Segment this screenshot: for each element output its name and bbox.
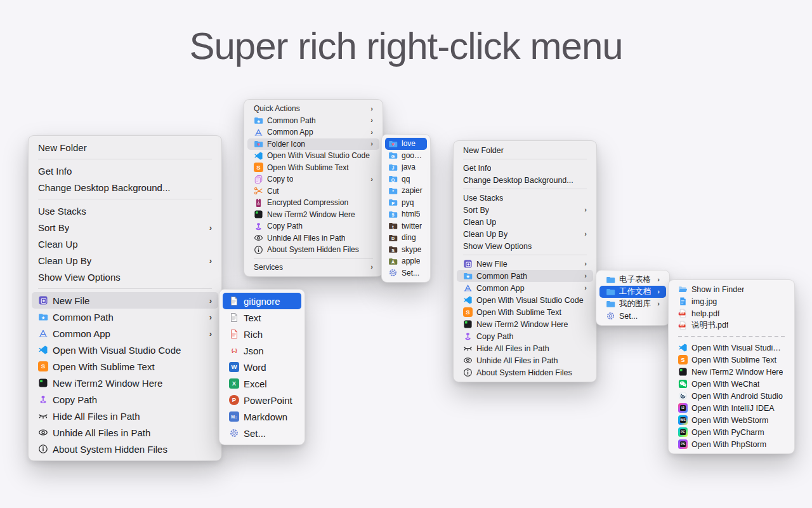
menu-item-open-with-intellij[interactable]: IJ Open With IntelliJ IDEA: [672, 402, 791, 414]
menu-item-hide-all-files[interactable]: Hide All Files in Path: [32, 408, 218, 424]
menu-item-unhide-all-files[interactable]: Unhide All Files in Path: [457, 354, 593, 366]
menu-item-twitter[interactable]: t twitter: [385, 220, 427, 232]
menu-item-excel[interactable]: X Excel: [223, 375, 301, 392]
menu-item-new-folder[interactable]: New Folder: [32, 139, 218, 156]
menu-item-sort-by[interactable]: Sort By›: [32, 219, 218, 236]
menu-item-use-stacks[interactable]: Use Stacks: [32, 203, 218, 219]
menu-item-love[interactable]: ♥ love: [385, 138, 427, 150]
menu-item-copy-path[interactable]: Copy Path: [247, 220, 379, 232]
menu-item-show-view-options[interactable]: Show View Options: [32, 269, 218, 285]
menu-item-zapier[interactable]: * zapier: [385, 185, 427, 197]
menu-item-work-documents-folder[interactable]: 工作文档›: [599, 286, 666, 298]
menu-item-quick-actions[interactable]: Quick Actions›: [247, 103, 379, 115]
menu-item-google[interactable]: G google: [385, 150, 427, 162]
menu-item-open-with-sublime[interactable]: S Open With Sublime Text: [672, 354, 791, 366]
menu-item-html5[interactable]: 5 html5: [385, 208, 427, 220]
new-file-icon: [38, 295, 48, 305]
menu-item-img-jpg[interactable]: img.jpg: [672, 295, 791, 307]
menu-item-open-with-pycharm[interactable]: PC Open With PyCharm: [672, 426, 791, 438]
menu-item-common-app[interactable]: Common App›: [32, 325, 218, 342]
intellij-icon: IJ: [678, 403, 688, 413]
menu-item-new-file[interactable]: New File›: [32, 292, 218, 309]
menu-item-powerpoint[interactable]: P PowerPoint: [223, 392, 301, 408]
menu-item-show-view-options[interactable]: Show View Options: [457, 240, 593, 252]
menu-item-about-system-hidden-files[interactable]: About System Hidden Files: [457, 366, 593, 378]
menu-item-apple[interactable]: A apple: [385, 255, 427, 267]
menu-item-show-in-finder[interactable]: Show in Finder: [672, 283, 791, 295]
folder-open-icon: [678, 284, 688, 294]
label: Use Stacks: [463, 194, 503, 203]
menu-item-pyq[interactable]: P pyq: [385, 197, 427, 209]
menu-item-word[interactable]: W Word: [223, 359, 301, 375]
menu-item-open-with-phpstorm[interactable]: PS Open With PhpStorm: [672, 438, 791, 450]
menu-item-services[interactable]: Services›: [247, 262, 379, 274]
menu-item-open-with-vscode[interactable]: Open With Visual Studio Code: [32, 342, 218, 358]
menu-item-common-path[interactable]: ★ Common Path›: [457, 270, 593, 282]
menu-item-open-with-sublime[interactable]: S Open With Sublime Text: [32, 358, 218, 375]
menu-item-get-info[interactable]: Get Info: [457, 162, 593, 174]
menu-item-common-app[interactable]: Common App›: [457, 282, 593, 294]
menu-item-my-gallery-folder[interactable]: 我的图库›: [599, 298, 666, 310]
menu-item-help-pdf[interactable]: help.pdf: [672, 307, 791, 319]
menu-item-clean-up[interactable]: Clean Up: [457, 216, 593, 228]
menu-item-new-iterm2-window[interactable]: New iTerm2 Window Here: [247, 209, 379, 221]
menu-item-json[interactable]: {..} Json: [223, 342, 301, 359]
menu-item-open-with-wechat[interactable]: Open With WeChat: [672, 378, 791, 390]
menu-item-common-path[interactable]: ★ Common Path›: [32, 309, 218, 325]
label: Hide All Files in Path: [476, 344, 549, 353]
menu-item-clean-up-by[interactable]: Clean Up By›: [457, 228, 593, 240]
menu-item-new-iterm2-window[interactable]: New iTerm2 Window Here: [32, 375, 218, 391]
menu-item-copy-path[interactable]: Copy Path: [32, 391, 218, 408]
menu-item-copy-to[interactable]: Copy to›: [247, 173, 379, 185]
menu-item-ding[interactable]: D ding: [385, 232, 427, 244]
menu-item-change-desktop-background[interactable]: Change Desktop Background...: [32, 179, 218, 196]
menu-item-copy-path[interactable]: Copy Path: [457, 330, 593, 342]
menu-item-use-stacks[interactable]: Use Stacks: [457, 192, 593, 204]
eye-open-icon: [463, 356, 473, 365]
menu-item-new-folder[interactable]: New Folder: [457, 144, 593, 156]
menu-item-sort-by[interactable]: Sort By›: [457, 204, 593, 216]
menu-item-common-app[interactable]: Common App›: [247, 126, 379, 138]
menu-item-set[interactable]: Set...: [223, 425, 301, 441]
label: Text: [244, 312, 261, 323]
menu-item-manual-pdf[interactable]: 说明书.pdf: [672, 319, 791, 331]
menu-item-new-file[interactable]: New File›: [457, 258, 593, 270]
menu-item-qq[interactable]: Q qq: [385, 173, 427, 185]
menu-item-encrypted-compression[interactable]: Encrypted Compression: [247, 197, 379, 209]
menu-item-clean-up[interactable]: Clean Up: [32, 236, 218, 252]
word-icon: W: [229, 362, 239, 372]
menu-item-open-with-android-studio[interactable]: Open With Android Studio: [672, 390, 791, 402]
iterm2-icon: [254, 210, 263, 219]
menu-item-cut[interactable]: Cut: [247, 185, 379, 197]
menu-item-common-path[interactable]: ★ Common Path›: [247, 115, 379, 127]
menu-item-set[interactable]: Set...: [599, 310, 666, 322]
menu-item-get-info[interactable]: Get Info: [32, 163, 218, 179]
label: Common Path: [53, 312, 114, 323]
menu-item-open-with-sublime[interactable]: S Open With Sublime Text: [247, 162, 379, 174]
menu-item-hide-all-files[interactable]: Hide All Files in Path: [457, 342, 593, 354]
menu-item-folder-icon[interactable]: ♥ Folder Icon›: [247, 138, 379, 150]
menu-item-open-with-vscode[interactable]: Open With Visual Studio Code: [457, 294, 593, 306]
menu-item-about-system-hidden-files[interactable]: About System Hidden Files: [32, 441, 218, 457]
menu-item-markdown[interactable]: M↓ Markdown: [223, 408, 301, 425]
chevron-right-icon: ›: [365, 129, 373, 136]
menu-item-clean-up-by[interactable]: Clean Up By›: [32, 252, 218, 269]
menu-item-open-with-vscode[interactable]: Open With Visual Studio Code: [247, 150, 379, 162]
menu-item-open-with-vscode[interactable]: Open With Visual Studio Code: [672, 342, 791, 354]
menu-item-spreadsheets-folder[interactable]: 电子表格›: [599, 274, 666, 286]
menu-item-text[interactable]: Text: [223, 309, 301, 326]
menu-item-unhide-all-files[interactable]: Unhide All Files in Path: [32, 424, 218, 441]
menu-item-gitignore[interactable]: gitignore: [223, 293, 301, 309]
menu-item-java[interactable]: J java: [385, 161, 427, 173]
menu-item-unhide-all-files[interactable]: Unhide All Files in Path: [247, 232, 379, 244]
menu-item-rich[interactable]: Rich: [223, 326, 301, 342]
menu-item-about-system-hidden-files[interactable]: About System Hidden Files: [247, 244, 379, 256]
menu-item-new-iterm2-window[interactable]: New iTerm2 Window Here: [672, 366, 791, 378]
menu-item-open-with-webstorm[interactable]: WS Open With WebStorm: [672, 414, 791, 426]
label: Common Path: [267, 116, 316, 125]
menu-item-set[interactable]: Set...: [385, 267, 427, 279]
menu-item-change-desktop-background[interactable]: Change Desktop Background...: [457, 174, 593, 186]
menu-item-new-iterm2-window[interactable]: New iTerm2 Window Here: [457, 318, 593, 330]
menu-item-skype[interactable]: S skype: [385, 244, 427, 256]
menu-item-open-with-sublime[interactable]: S Open With Sublime Text: [457, 306, 593, 318]
